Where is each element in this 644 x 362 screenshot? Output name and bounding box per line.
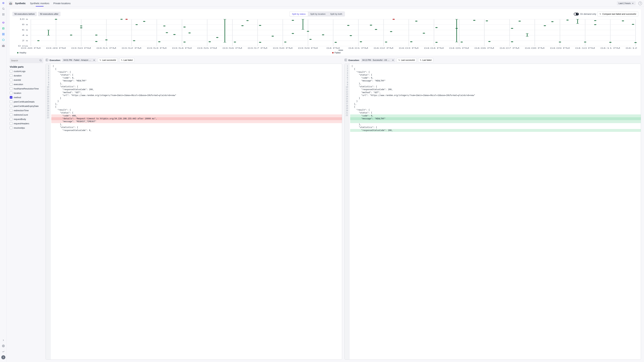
topbar: 🤖 Synthetic Synthetic monitorsPrivate lo… bbox=[7, 0, 644, 7]
svg-point-148 bbox=[95, 41, 98, 42]
on-demand-toggle[interactable]: ✕ bbox=[574, 13, 579, 15]
checkbox-eventId[interactable]: eventId bbox=[10, 78, 43, 81]
dashboard-icon[interactable] bbox=[1, 32, 5, 36]
svg-point-163 bbox=[488, 41, 491, 42]
search-input[interactable] bbox=[11, 59, 39, 62]
layout-icon[interactable] bbox=[344, 59, 347, 62]
svg-point-109 bbox=[105, 39, 108, 40]
close-icon[interactable]: ✕ bbox=[93, 59, 95, 61]
svg-rect-17 bbox=[2, 33, 3, 34]
checkbox-duration[interactable]: duration bbox=[10, 74, 43, 77]
svg-point-132 bbox=[415, 21, 418, 21]
split-option[interactable]: Split by location bbox=[308, 12, 328, 16]
tab-synthetic-monitors[interactable]: Synthetic monitors bbox=[30, 2, 50, 5]
checkbox-peerCertificateExpiryDate[interactable]: peerCertificateExpiryDate bbox=[10, 105, 43, 107]
checkbox-redirectionTime[interactable]: redirectionTime bbox=[10, 109, 43, 112]
svg-text:6 s: 6 s bbox=[22, 29, 28, 31]
checkbox-icon bbox=[10, 105, 12, 107]
svg-point-165 bbox=[559, 41, 561, 42]
svg-point-144 bbox=[594, 24, 596, 25]
checkbox-label: resolvedIps bbox=[14, 127, 25, 129]
split-option[interactable]: Split by both bbox=[328, 12, 345, 16]
layout-icon[interactable] bbox=[46, 59, 48, 62]
chart-icon[interactable] bbox=[1, 350, 5, 354]
svg-text:04:03 PM: 04:03 PM bbox=[399, 47, 418, 49]
svg-point-151 bbox=[184, 41, 186, 42]
svg-text:03:50 PM: 03:50 PM bbox=[72, 47, 91, 49]
checkbox-hostNameResolutionTime[interactable]: hostNameResolutionTime bbox=[10, 87, 43, 90]
checkbox-requestHeaders[interactable]: requestHeaders bbox=[10, 122, 43, 125]
svg-point-149 bbox=[133, 40, 135, 41]
executions-after-button[interactable]: 50 executions after bbox=[38, 12, 60, 16]
svg-point-138 bbox=[511, 28, 513, 29]
svg-point-171 bbox=[40, 59, 41, 61]
svg-text:10 s: 10 s bbox=[19, 18, 28, 20]
checkbox-icon bbox=[10, 70, 12, 72]
logo-icon[interactable] bbox=[1, 1, 5, 5]
svg-point-124 bbox=[292, 20, 294, 21]
chevron-down-icon bbox=[632, 2, 634, 4]
time-range-selector[interactable]: Last 2 hours bbox=[617, 1, 636, 5]
cursor-icon: ↖ bbox=[100, 59, 101, 61]
stack-icon[interactable] bbox=[1, 21, 5, 25]
last-failed-button[interactable]: ↖Last failed bbox=[418, 58, 434, 62]
last-successful-button[interactable]: ↖Last successful bbox=[98, 58, 118, 62]
cube-icon[interactable] bbox=[1, 38, 5, 42]
svg-point-156 bbox=[309, 39, 312, 40]
checkbox-redirectsCount[interactable]: redirectsCount bbox=[10, 113, 43, 116]
svg-point-167 bbox=[609, 42, 612, 43]
executions-before-button[interactable]: 50 executions before bbox=[12, 12, 37, 16]
checkbox-icon bbox=[10, 96, 12, 99]
svg-text:04:08 PM: 04:08 PM bbox=[525, 47, 544, 49]
executions-chart[interactable]: 0 ms2 s4 s6 s8 s10 s03:48 PM03:49 PM03:5… bbox=[12, 18, 638, 50]
apps-icon[interactable] bbox=[1, 12, 5, 16]
gear-icon[interactable] bbox=[1, 344, 5, 348]
checkbox-label: location bbox=[14, 92, 21, 94]
help-icon[interactable]: ? bbox=[638, 1, 642, 5]
svg-point-162 bbox=[460, 41, 463, 42]
spreadsheet-icon[interactable] bbox=[1, 26, 5, 30]
checkbox-label: eventId bbox=[14, 79, 21, 81]
search-icon bbox=[39, 59, 42, 62]
robot-nav-icon[interactable]: 🤖 bbox=[1, 43, 5, 47]
svg-point-142 bbox=[566, 19, 569, 20]
checkbox-icon bbox=[10, 92, 12, 94]
code-left: 1234567891011121314151617181920212223 [ … bbox=[46, 64, 342, 360]
split-option[interactable]: Split by status bbox=[290, 12, 308, 16]
avatar[interactable]: J bbox=[1, 355, 5, 359]
checkbox-icon bbox=[10, 83, 12, 86]
expand-icon[interactable] bbox=[1, 338, 5, 342]
svg-rect-19 bbox=[2, 34, 3, 35]
svg-point-116 bbox=[184, 27, 186, 27]
svg-point-134 bbox=[435, 27, 438, 28]
checkbox-peerCertificateDetails[interactable]: peerCertificateDetails bbox=[10, 100, 43, 103]
checkbox-label: redirectsCount bbox=[14, 114, 28, 116]
checkbox-resolvedIps[interactable]: resolvedIps bbox=[10, 126, 43, 129]
svg-text:03:58 PM: 03:58 PM bbox=[273, 47, 292, 49]
checkbox-customLogs[interactable]: customLogs bbox=[10, 70, 43, 72]
checkbox-requestBody[interactable]: requestBody bbox=[10, 118, 43, 120]
svg-point-119 bbox=[241, 25, 244, 26]
last-successful-button[interactable]: ↖Last successful bbox=[396, 58, 416, 62]
svg-point-129 bbox=[370, 25, 372, 26]
checkbox-icon bbox=[10, 87, 12, 90]
svg-text:03:53 PM: 03:53 PM bbox=[147, 47, 166, 49]
svg-rect-175 bbox=[345, 59, 347, 61]
checkbox-execution[interactable]: execution bbox=[10, 83, 43, 86]
svg-point-145 bbox=[622, 20, 624, 21]
checkbox-location[interactable]: location bbox=[10, 92, 43, 94]
search-icon[interactable] bbox=[1, 7, 5, 11]
svg-point-169 bbox=[126, 19, 128, 19]
tab-private-locations[interactable]: Private locations bbox=[53, 2, 71, 5]
close-icon[interactable]: ✕ bbox=[392, 59, 394, 61]
filter-column: Visible parts customLogsdurationeventIde… bbox=[10, 58, 43, 360]
svg-text:03:54 PM: 03:54 PM bbox=[172, 47, 192, 49]
checkbox-method[interactable]: method bbox=[10, 96, 43, 99]
svg-point-153 bbox=[234, 41, 236, 42]
svg-text:0 ms: 0 ms bbox=[18, 45, 28, 47]
svg-text:04:01 PM: 04:01 PM bbox=[348, 47, 368, 49]
checkbox-icon bbox=[10, 100, 12, 103]
svg-text:2 s: 2 s bbox=[22, 40, 28, 41]
last-failed-button[interactable]: ↖Last failed bbox=[119, 58, 134, 62]
compare-button[interactable]: ↖ Compare last failed and successful bbox=[598, 11, 638, 16]
